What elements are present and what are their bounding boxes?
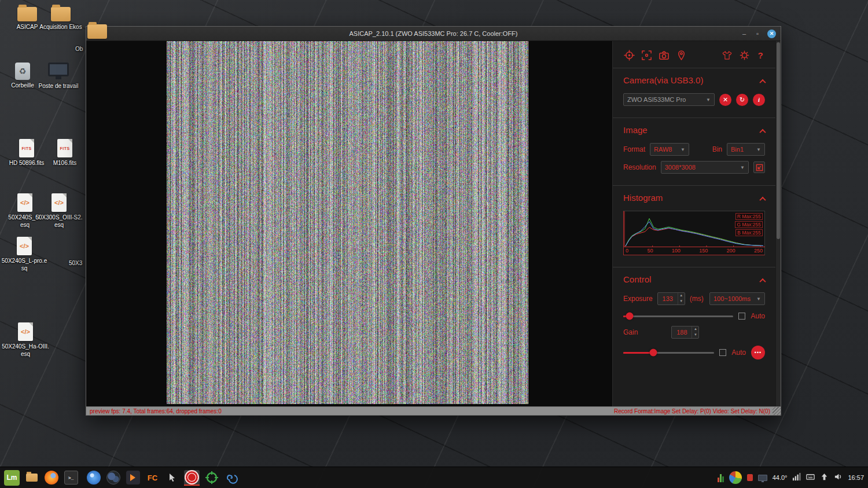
chevron-up-icon[interactable] xyxy=(759,79,766,86)
fits-badge: FITS xyxy=(60,146,69,151)
media-player-icon[interactable] xyxy=(125,470,141,486)
marker-pin-icon[interactable] xyxy=(675,49,687,61)
exposure-slider[interactable] xyxy=(623,315,733,317)
window-title: ASICAP_2.10.1 (ZWO ASI533MC Pro: 26.7 C,… xyxy=(86,30,781,37)
clock[interactable]: 16:57 xyxy=(848,474,864,481)
recycle-glyph: ♻ xyxy=(19,67,27,76)
histogram-x-ticks: 0 50 100 150 200 250 xyxy=(624,247,764,255)
globe-app-icon[interactable] xyxy=(105,470,121,486)
preview-area xyxy=(86,41,612,406)
resize-grip[interactable] xyxy=(773,407,781,415)
firefox-app-icon[interactable] xyxy=(43,470,59,486)
firefox-icon xyxy=(45,471,58,485)
desktop-icon-esq2[interactable]: </> 50X300S_OIII-S2.esq xyxy=(35,193,83,229)
scrollbar-thumb[interactable] xyxy=(777,42,780,239)
camera-select-value: ZWO ASI533MC Pro xyxy=(627,96,686,103)
bin-label: Bin xyxy=(712,145,722,153)
histogram-max-b: B Max:255 xyxy=(735,229,763,236)
camera-refresh-button[interactable]: ↻ xyxy=(736,94,748,106)
exposure-value: 133 xyxy=(658,293,678,304)
gain-slider-knob[interactable] xyxy=(649,349,657,357)
asicap-window: ASICAP_2.10.1 (ZWO ASI533MC Pro: 26.7 C,… xyxy=(86,26,781,416)
exposure-auto-checkbox[interactable] xyxy=(738,313,745,320)
fullframe-button[interactable] xyxy=(753,162,765,173)
disk-usage-pie-icon[interactable] xyxy=(729,471,742,484)
chevron-down-icon: ▼ xyxy=(740,165,745,170)
exposure-range-select[interactable]: 100~1000ms ▼ xyxy=(709,292,765,305)
desktop-icon-esq5[interactable]: </> 50X240S_Ha-OIII.esq xyxy=(1,322,50,358)
exposure-label: Exposure xyxy=(623,295,653,303)
taskbar: Lm >_ FC 44.0° 16:57 xyxy=(0,467,868,488)
gain-auto-checkbox[interactable] xyxy=(719,349,726,356)
camera-select[interactable]: ZWO ASI533MC Pro ▼ xyxy=(623,93,715,106)
settings-gear-icon[interactable] xyxy=(738,49,750,61)
maximize-button[interactable]: ▫ xyxy=(754,30,761,38)
temperature-indicator[interactable]: 44.0° xyxy=(773,474,788,481)
code-badge: </> xyxy=(20,199,30,206)
format-select[interactable]: RAW8 ▼ xyxy=(650,143,689,156)
network-icon[interactable] xyxy=(792,472,801,483)
desktop-icon-computer[interactable]: Poste de travail xyxy=(34,63,83,90)
files-app-icon[interactable] xyxy=(24,470,39,486)
fits-file-icon: FITS xyxy=(19,139,34,157)
desktop-icon-label: 50X240S_L-pro.esq xyxy=(1,258,47,272)
guide-target-icon xyxy=(205,471,219,485)
desktop-icon-label: Ob xyxy=(75,46,83,53)
minimize-button[interactable]: – xyxy=(741,30,748,38)
gain-more-button[interactable]: ••• xyxy=(751,346,765,359)
chevron-up-icon[interactable] xyxy=(759,129,766,135)
desktop-icon-label: Corbeille xyxy=(11,82,34,90)
spiral-app-icon[interactable] xyxy=(223,470,239,486)
update-badge-icon[interactable] xyxy=(747,474,753,481)
bin-select[interactable]: Bin1 ▼ xyxy=(727,143,765,156)
folder-icon xyxy=(17,7,37,21)
esq-file-icon: </> xyxy=(52,193,67,212)
desktop-icon-ob-folder[interactable] xyxy=(87,24,107,39)
terminal-app-icon[interactable]: >_ xyxy=(63,470,79,486)
fc-app-icon[interactable]: FC xyxy=(145,470,160,486)
chevron-up-icon[interactable] xyxy=(759,278,766,285)
desktop-icon-label: Poste de travail xyxy=(39,83,79,90)
mint-menu-button[interactable]: Lm xyxy=(4,470,20,486)
exposure-slider-knob[interactable] xyxy=(626,313,634,320)
keyboard-layout-icon[interactable] xyxy=(806,472,815,483)
help-icon[interactable]: ? xyxy=(756,50,765,60)
exposure-spinner[interactable]: ▲▼ xyxy=(678,293,685,304)
desktop-icon-esq3[interactable]: </> 50X240S_L-pro.esq xyxy=(1,237,47,272)
crosshair-icon[interactable] xyxy=(623,49,635,61)
camera-section-title: Camera(via USB3.0) xyxy=(623,75,703,85)
chevron-down-icon: ▼ xyxy=(756,296,761,302)
desktop-icon-fits2[interactable]: FITS M106.fits xyxy=(45,139,84,167)
esq-file-icon: </> xyxy=(17,237,32,255)
gain-input[interactable]: 188 ▲▼ xyxy=(671,326,699,339)
exposure-input[interactable]: 133 ▲▼ xyxy=(657,292,685,305)
volume-icon[interactable] xyxy=(834,472,843,483)
gain-slider[interactable] xyxy=(623,352,714,354)
updates-arrow-icon[interactable] xyxy=(820,472,829,483)
resolution-label: Resolution xyxy=(623,163,656,171)
phd2-app-icon[interactable] xyxy=(204,470,219,486)
camera-close-button[interactable]: ✕ xyxy=(719,94,731,106)
camera-preview-canvas xyxy=(167,41,528,404)
system-monitor-icon[interactable] xyxy=(718,473,724,482)
gain-label: Gain xyxy=(623,328,638,336)
theme-shirt-icon[interactable] xyxy=(721,49,733,61)
roi-select-icon[interactable] xyxy=(641,49,652,61)
camera-icon[interactable] xyxy=(658,49,670,61)
control-section-title: Control xyxy=(623,274,651,284)
exposure-range-value: 100~1000ms xyxy=(713,295,751,302)
tool-app-icon[interactable] xyxy=(164,470,180,486)
gain-spinner[interactable]: ▲▼ xyxy=(692,326,698,338)
chevron-up-icon[interactable] xyxy=(759,197,766,203)
camera-info-button[interactable]: i xyxy=(753,94,765,106)
close-button[interactable]: ✕ xyxy=(767,30,776,38)
titlebar[interactable]: ASICAP_2.10.1 (ZWO ASI533MC Pro: 26.7 C,… xyxy=(86,27,781,41)
kstars-app-icon[interactable] xyxy=(86,470,101,486)
panel-scrollbar[interactable] xyxy=(775,41,781,406)
trash-icon: ♻ xyxy=(15,63,30,80)
resolution-select[interactable]: 3008*3008 ▼ xyxy=(661,161,749,174)
display-tray-icon[interactable] xyxy=(758,475,767,481)
asicap-app-icon[interactable] xyxy=(184,470,200,486)
desktop-icon-ekos-folder[interactable]: Acquisition Ekos xyxy=(35,7,87,31)
desktop-icon-fits1[interactable]: FITS HD 50896.fits xyxy=(5,139,49,167)
